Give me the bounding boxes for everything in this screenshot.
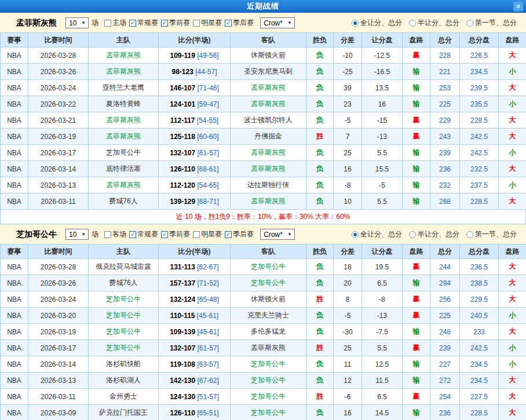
league-cell: NBA	[1, 308, 28, 324]
diff-cell: 12	[334, 372, 362, 389]
half-score: [65-48]	[195, 295, 219, 304]
section-memphis: 孟菲斯灰熊 10 ▼ 场 主场✓常规赛✓季前赛明星赛✓季后赛 Crow* ▼ 全…	[0, 13, 526, 224]
game-row: NBA2026-03-28俄克拉荷马城雷霆131-113 [62-67]芝加哥公…	[1, 259, 526, 275]
filter-checkbox-0[interactable]: 主场	[104, 18, 126, 28]
result-cell: 负	[306, 64, 334, 80]
score-mode-radio-group: 全让分、总分半让分、总分第一节、总分	[352, 18, 521, 28]
radio-icon[interactable]	[466, 20, 473, 27]
half-score: [62-67]	[195, 263, 219, 271]
filter-checkbox-3[interactable]: 明星赛	[193, 18, 222, 28]
total-line-cell: 229.5	[460, 291, 499, 308]
final-score: 146-107	[170, 84, 195, 92]
radio-option-2[interactable]: 第一节、总分	[466, 229, 517, 239]
ou-cell: 小	[499, 308, 526, 324]
radio-icon[interactable]	[352, 231, 359, 238]
away-team-cell: 芝加哥公牛	[231, 259, 306, 275]
result-cell: 负	[306, 372, 334, 389]
handicap-cell: 11.5	[362, 372, 403, 389]
handicap-cell: 14.5	[362, 405, 403, 420]
league-cell: NBA	[1, 356, 28, 372]
result-cell: 胜	[306, 129, 334, 145]
handicap-cell: -7.5	[362, 324, 403, 340]
checkbox-icon[interactable]: ✓	[161, 231, 168, 238]
date-cell: 2026-03-20	[28, 308, 89, 324]
league-cell: NBA	[1, 161, 28, 177]
results-table: 赛事比赛时间主队比分(半场)客队胜负分差让分盘盘路总分总分盘盘路 NBA2026…	[0, 32, 526, 210]
ou-cell: 小	[499, 96, 526, 112]
result-cell: 负	[306, 259, 334, 275]
final-score: 132-124	[170, 295, 195, 304]
odds-company-select[interactable]: Crow* ▼	[260, 17, 295, 28]
league-cell: NBA	[1, 340, 28, 356]
date-cell: 2026-03-24	[28, 291, 89, 308]
radio-icon[interactable]	[409, 231, 416, 238]
odds-company-select[interactable]: Crow* ▼	[260, 229, 295, 240]
score-cell: 112-117 [54-55]	[159, 112, 231, 129]
checkbox-icon[interactable]: ✓	[129, 20, 136, 27]
total-line-cell: 228.5	[460, 112, 499, 129]
total-cell: 225	[430, 96, 460, 112]
filter-checkbox-3[interactable]: 明星赛	[193, 229, 222, 239]
games-count-select[interactable]: 10 ▼	[65, 229, 89, 240]
summary-row: 近 10 场，胜1负9：胜率：10%，赢率：30% 大率：60%	[0, 210, 526, 224]
total-cell: 221	[430, 64, 460, 80]
filter-checkbox-4[interactable]: ✓季后赛	[225, 229, 254, 239]
diff-cell: 39	[334, 80, 362, 96]
radio-option-1[interactable]: 半让分、总分	[409, 18, 459, 28]
game-row: NBA2026-03-17芝加哥公牛132-107 [61-57]孟菲斯灰熊胜2…	[1, 340, 526, 356]
filter-checkbox-1[interactable]: ✓常规赛	[129, 229, 158, 239]
result-cell: 负	[306, 324, 334, 340]
checkbox-icon[interactable]	[193, 20, 200, 27]
radio-option-1[interactable]: 半让分、总分	[409, 229, 459, 239]
filter-checkbox-2[interactable]: ✓季前赛	[161, 229, 190, 239]
checkbox-icon[interactable]: ✓	[129, 231, 136, 238]
handicap-cell: 13.5	[362, 80, 403, 96]
away-team-cell: 克里夫兰骑士	[231, 308, 306, 324]
game-row: NBA2026-03-20芝加哥公牛110-115 [45-61]克里夫兰骑士负…	[1, 308, 526, 324]
radio-option-0[interactable]: 全让分、总分	[352, 18, 402, 28]
score-cell: 109-139 [45-61]	[159, 324, 231, 340]
home-team-cell: 芝加哥公牛	[89, 291, 159, 308]
close-button[interactable]: ✕	[513, 2, 523, 12]
column-header: 盘路	[403, 244, 430, 259]
date-cell: 2026-03-24	[28, 80, 89, 96]
filter-checkbox-2[interactable]: ✓季前赛	[161, 18, 190, 28]
handicap-cell: -15	[362, 112, 403, 129]
table-header-row: 赛事比赛时间主队比分(半场)客队胜负分差让分盘盘路总分总分盘盘路	[1, 33, 526, 48]
score-cell: 132-124 [65-48]	[159, 291, 231, 308]
result-cell: 负	[306, 356, 334, 372]
column-header: 比分(半场)	[159, 244, 231, 259]
checkbox-label: 季后赛	[233, 229, 254, 239]
league-cell: NBA	[1, 275, 28, 291]
ou-cell: 大	[499, 259, 526, 275]
checkbox-icon[interactable]: ✓	[161, 20, 168, 27]
radio-label: 全让分、总分	[360, 229, 402, 239]
total-cell: 243	[430, 129, 460, 145]
radio-option-0[interactable]: 全让分、总分	[352, 229, 402, 239]
checkbox-icon[interactable]	[104, 231, 111, 238]
recent-results-dialog: 近期战绩 ✕ 孟菲斯灰熊 10 ▼ 场 主场✓常规赛✓季前赛明星赛✓季后赛 Cr…	[0, 0, 526, 420]
checkbox-icon[interactable]	[104, 20, 111, 27]
radio-icon[interactable]	[409, 20, 416, 27]
half-score: [45-61]	[195, 312, 219, 320]
score-cell: 146-107 [71-46]	[159, 80, 231, 96]
column-header: 总分	[430, 244, 460, 259]
checkbox-icon[interactable]: ✓	[225, 20, 232, 27]
handicap-result-cell: 输	[403, 64, 430, 80]
total-line-cell: 242.5	[460, 145, 499, 161]
result-cell: 负	[306, 275, 334, 291]
checkbox-icon[interactable]: ✓	[225, 231, 232, 238]
radio-option-2[interactable]: 第一节、总分	[466, 18, 517, 28]
home-team-cell: 金州勇士	[89, 389, 159, 405]
filter-checkbox-4[interactable]: ✓季后赛	[225, 18, 254, 28]
ou-cell: 小	[499, 64, 526, 80]
games-count-select[interactable]: 10 ▼	[65, 17, 89, 28]
handicap-result-cell: 输	[403, 96, 430, 112]
home-team-cell: 芝加哥公牛	[89, 145, 159, 161]
filter-checkbox-0[interactable]: 客场	[104, 229, 126, 239]
radio-icon[interactable]	[352, 20, 359, 27]
radio-icon[interactable]	[466, 231, 473, 238]
filter-checkbox-1[interactable]: ✓常规赛	[129, 18, 158, 28]
home-team-cell: 底特律活塞	[89, 161, 159, 177]
checkbox-icon[interactable]	[193, 231, 200, 238]
